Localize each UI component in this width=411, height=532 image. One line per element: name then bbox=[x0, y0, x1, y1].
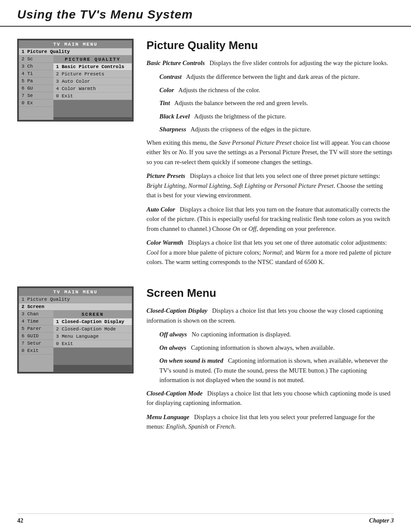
section-screen: TV MAIN MENU 1 Picture Quality 2 Screen … bbox=[17, 286, 394, 436]
term-auto-color: Auto Color bbox=[146, 206, 175, 213]
indent-on-muted: On when sound is muted Captioning inform… bbox=[159, 356, 394, 385]
menu-language-para: Menu Language Displays a choice list tha… bbox=[146, 412, 394, 432]
tv-menu-picture-quality: TV MAIN MENU 1 Picture Quality 2 Sc 3 Ch… bbox=[17, 39, 134, 121]
term-tint: Tint bbox=[159, 100, 170, 106]
save-preset-para: When exiting this menu, the Save Persona… bbox=[146, 138, 394, 167]
submenu2-item-exit: 0 Exit bbox=[53, 340, 132, 348]
term-cc-display: Closed-Caption Display bbox=[146, 307, 207, 314]
term-picture-presets: Picture Presets bbox=[146, 172, 185, 179]
page-footer: 42 Chapter 3 bbox=[17, 513, 394, 524]
menu-item-2: 2 Sc bbox=[19, 56, 53, 63]
submenu2-item-cc-mode: 2 Closed-Caption Mode bbox=[53, 326, 132, 333]
indent-color: Color Adjusts the richness of the color. bbox=[159, 85, 394, 95]
submenu-item-basic: 1 Basic Picture Controls bbox=[53, 63, 132, 71]
section2-title: Screen Menu bbox=[146, 286, 394, 300]
menu2-item-3: 3 Chan bbox=[19, 311, 53, 318]
menu-item-4: 4 Ti bbox=[19, 70, 53, 78]
indent-on-always: On always Captioning information is show… bbox=[159, 343, 394, 352]
menu2-item-7: 7 Setur bbox=[19, 340, 53, 347]
submenu-item-auto-color: 3 Auto Color bbox=[53, 78, 132, 85]
tv-submenu-title-1: PICTURE QUALITY bbox=[53, 56, 132, 63]
content-area: TV MAIN MENU 1 Picture Quality 2 Sc 3 Ch… bbox=[0, 27, 411, 436]
footer-page-number: 42 bbox=[17, 517, 23, 524]
menu-item-7: 7 Se bbox=[19, 92, 53, 100]
tv-main-menu-title-2: TV MAIN MENU bbox=[19, 288, 132, 296]
term-color-warmth: Color Warmth bbox=[146, 239, 183, 246]
submenu2-item-language: 3 Menu Language bbox=[53, 333, 132, 340]
indent-off-always: Off always No captioning information is … bbox=[159, 330, 394, 339]
section1-title: Picture Quality Menu bbox=[146, 39, 394, 52]
menu2-item-screen: 2 Screen bbox=[19, 303, 132, 311]
cc-display-para: Closed-Caption Display Displays a choice… bbox=[146, 306, 394, 325]
indent-sharpness: Sharpness Adjusts the crispness of the e… bbox=[159, 124, 394, 134]
menu-item-6: 6 GU bbox=[19, 85, 53, 92]
screen-description: Screen Menu Closed-Caption Display Displ… bbox=[146, 286, 394, 436]
menu2-item-6: 6 GUID bbox=[19, 333, 53, 340]
menu2-item-picture: 1 Picture Quality bbox=[19, 296, 132, 303]
basic-picture-controls-para: Basic Picture Controls Displays the five… bbox=[146, 58, 394, 68]
section-picture-quality: TV MAIN MENU 1 Picture Quality 2 Sc 3 Ch… bbox=[17, 39, 394, 271]
term-contrast: Contrast bbox=[159, 73, 182, 80]
term-cc-mode: Closed-Caption Mode bbox=[146, 390, 202, 397]
term-off-always: Off always bbox=[159, 331, 187, 338]
term-menu-language: Menu Language bbox=[146, 414, 190, 420]
indent-black-level: Black Level Adjusts the brightness of th… bbox=[159, 112, 394, 121]
tv-menu-screen: TV MAIN MENU 1 Picture Quality 2 Screen … bbox=[17, 286, 134, 373]
submenu-item-warmth: 4 Color Warmth bbox=[53, 85, 132, 93]
menu-item-picture-quality: 1 Picture Quality bbox=[19, 48, 132, 56]
picture-quality-description: Picture Quality Menu Basic Picture Contr… bbox=[146, 39, 394, 271]
auto-color-para: Auto Color Displays a choice list that l… bbox=[146, 205, 394, 233]
term-basic-picture: Basic Picture Controls bbox=[146, 59, 205, 66]
cc-mode-para: Closed-Caption Mode Displays a choice li… bbox=[146, 389, 394, 408]
term-color: Color bbox=[159, 87, 174, 93]
indent-contrast: Contrast Adjusts the difference between … bbox=[159, 72, 394, 81]
menu-item-3: 3 Ch bbox=[19, 63, 53, 70]
footer-chapter: Chapter 3 bbox=[369, 517, 394, 524]
menu-item-5: 5 Pa bbox=[19, 78, 53, 85]
submenu2-item-cc-display: 1 Closed-Caption Display bbox=[53, 318, 132, 326]
menu-item-0: 0 Ex bbox=[19, 100, 53, 107]
menu2-item-0: 0 Exit bbox=[19, 347, 53, 355]
term-sharpness: Sharpness bbox=[159, 126, 186, 133]
menu2-item-4: 4 Time bbox=[19, 318, 53, 325]
color-warmth-para: Color Warmth Displays a choice list that… bbox=[146, 238, 394, 267]
page-header: Using the TV's Menu System bbox=[0, 0, 411, 27]
page-title: Using the TV's Menu System bbox=[17, 8, 394, 22]
term-black-level: Black Level bbox=[159, 113, 190, 120]
indent-tint: Tint Adjusts the balance between the red… bbox=[159, 98, 394, 108]
term-on-always: On always bbox=[159, 344, 186, 351]
tv-main-menu-title-1: TV MAIN MENU bbox=[19, 40, 132, 48]
submenu-item-exit-1: 0 Exit bbox=[53, 93, 132, 100]
term-on-muted: On when sound is muted bbox=[159, 357, 223, 364]
submenu-item-presets: 2 Picture Presets bbox=[53, 71, 132, 78]
tv-submenu-title-2: SCREEN bbox=[53, 311, 132, 318]
menu2-item-5: 5 Parer bbox=[19, 325, 53, 333]
picture-presets-para: Picture Presets Displays a choice list t… bbox=[146, 171, 394, 200]
